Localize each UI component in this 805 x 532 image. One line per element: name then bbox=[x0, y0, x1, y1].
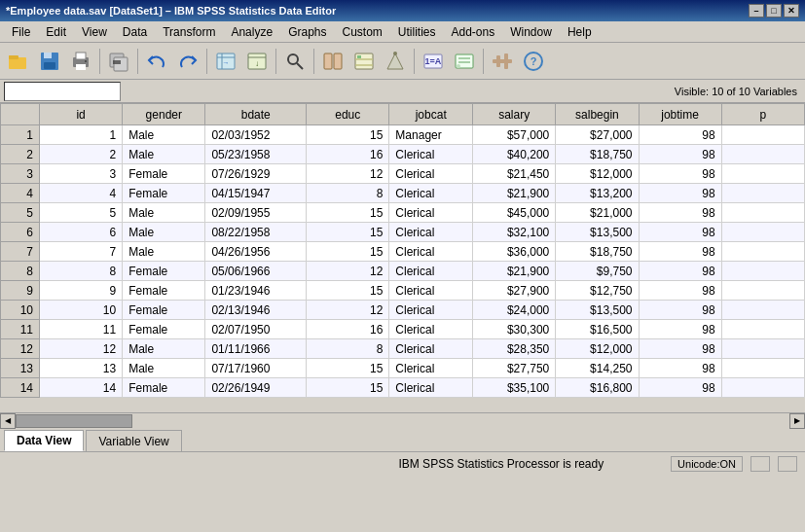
col-header-id[interactable]: id bbox=[40, 104, 123, 125]
cell-jobtime[interactable]: 98 bbox=[639, 359, 721, 378]
cell-bdate[interactable]: 02/26/1949 bbox=[205, 378, 307, 398]
menu-item-edit[interactable]: Edit bbox=[38, 23, 74, 41]
cell-salbegin[interactable]: $9,750 bbox=[556, 262, 639, 281]
cell-jobcat[interactable]: Clerical bbox=[389, 320, 473, 339]
cell-bdate[interactable]: 01/23/1946 bbox=[205, 281, 307, 301]
cell-salbegin[interactable]: $16,800 bbox=[556, 378, 639, 398]
cell-id[interactable]: 6 bbox=[40, 223, 123, 242]
horizontal-scrollbar[interactable]: ◀ ▶ bbox=[0, 412, 805, 428]
cell-gender[interactable]: Female bbox=[123, 281, 205, 301]
cell-jobcat[interactable]: Clerical bbox=[389, 262, 473, 281]
cell-jobtime[interactable]: 98 bbox=[639, 262, 721, 281]
cell-salary[interactable]: $45,000 bbox=[473, 203, 556, 223]
cell-educ[interactable]: 15 bbox=[307, 125, 389, 145]
col-header-bdate[interactable]: bdate bbox=[205, 104, 307, 125]
cell-jobcat[interactable]: Clerical bbox=[389, 203, 473, 223]
cell-salbegin[interactable]: $13,500 bbox=[556, 223, 639, 242]
cell-bdate[interactable]: 01/11/1966 bbox=[205, 339, 307, 359]
menu-item-file[interactable]: File bbox=[4, 23, 38, 41]
cell-p[interactable] bbox=[721, 125, 804, 145]
cell-bdate[interactable]: 07/17/1960 bbox=[205, 359, 307, 378]
cell-educ[interactable]: 16 bbox=[307, 145, 389, 164]
cell-salbegin[interactable]: $14,250 bbox=[556, 359, 639, 378]
cell-p[interactable] bbox=[721, 359, 804, 378]
cell-id[interactable]: 12 bbox=[40, 339, 123, 359]
col-header-gender[interactable]: gender bbox=[123, 104, 205, 125]
cell-jobcat[interactable]: Clerical bbox=[389, 301, 473, 320]
cell-id[interactable]: 3 bbox=[40, 164, 123, 184]
close-button[interactable]: ✕ bbox=[784, 4, 799, 18]
cell-p[interactable] bbox=[721, 378, 804, 398]
cell-salary[interactable]: $28,350 bbox=[473, 339, 556, 359]
cell-bdate[interactable]: 04/15/1947 bbox=[205, 184, 307, 203]
menu-item-add-ons[interactable]: Add-ons bbox=[444, 23, 503, 41]
print-button[interactable] bbox=[66, 47, 95, 76]
undo-button[interactable] bbox=[142, 47, 171, 76]
cell-id[interactable]: 1 bbox=[40, 125, 123, 145]
col-header-p[interactable]: p bbox=[721, 104, 804, 125]
weight-cases-button[interactable] bbox=[381, 47, 410, 76]
cell-educ[interactable]: 15 bbox=[307, 359, 389, 378]
cell-p[interactable] bbox=[721, 223, 804, 242]
cell-gender[interactable]: Male bbox=[123, 125, 205, 145]
use-var-sets-button[interactable] bbox=[450, 47, 479, 76]
cell-salary[interactable]: $32,100 bbox=[473, 223, 556, 242]
col-header-educ[interactable]: educ bbox=[307, 104, 389, 125]
cell-p[interactable] bbox=[721, 145, 804, 164]
cell-salbegin[interactable]: $13,500 bbox=[556, 301, 639, 320]
dialog-recall-button[interactable] bbox=[104, 47, 133, 76]
cell-educ[interactable]: 15 bbox=[307, 242, 389, 262]
cell-jobtime[interactable]: 98 bbox=[639, 223, 721, 242]
cell-jobtime[interactable]: 98 bbox=[639, 339, 721, 359]
find-button[interactable] bbox=[280, 47, 310, 76]
cell-jobcat[interactable]: Clerical bbox=[389, 378, 473, 398]
col-header-jobtime[interactable]: jobtime bbox=[639, 104, 721, 125]
cell-educ[interactable]: 12 bbox=[307, 262, 389, 281]
cell-jobcat[interactable]: Clerical bbox=[389, 223, 473, 242]
cell-p[interactable] bbox=[721, 281, 804, 301]
cell-bdate[interactable]: 04/26/1956 bbox=[205, 242, 307, 262]
open-button[interactable] bbox=[4, 47, 33, 76]
cell-jobcat[interactable]: Clerical bbox=[389, 281, 473, 301]
cell-salary[interactable]: $35,100 bbox=[473, 378, 556, 398]
menu-item-analyze[interactable]: Analyze bbox=[223, 23, 280, 41]
split-file-button[interactable] bbox=[318, 47, 348, 76]
cell-gender[interactable]: Male bbox=[123, 359, 205, 378]
cell-jobtime[interactable]: 98 bbox=[639, 378, 721, 398]
cell-gender[interactable]: Male bbox=[123, 203, 205, 223]
redo-button[interactable] bbox=[173, 47, 202, 76]
cell-gender[interactable]: Female bbox=[123, 320, 205, 339]
cell-jobtime[interactable]: 98 bbox=[639, 125, 721, 145]
maximize-button[interactable]: □ bbox=[766, 4, 782, 18]
cell-salbegin[interactable]: $18,750 bbox=[556, 242, 639, 262]
cell-salary[interactable]: $40,200 bbox=[473, 145, 556, 164]
cell-p[interactable] bbox=[721, 242, 804, 262]
cell-jobcat[interactable]: Clerical bbox=[389, 145, 473, 164]
hscroll-left-btn[interactable]: ◀ bbox=[0, 413, 16, 429]
cell-educ[interactable]: 16 bbox=[307, 320, 389, 339]
cell-jobcat[interactable]: Clerical bbox=[389, 359, 473, 378]
cell-jobcat[interactable]: Clerical bbox=[389, 164, 473, 184]
cell-id[interactable]: 2 bbox=[40, 145, 123, 164]
cell-educ[interactable]: 15 bbox=[307, 378, 389, 398]
col-header-salbegin[interactable]: salbegin bbox=[556, 104, 639, 125]
hscroll-thumb[interactable] bbox=[16, 414, 132, 428]
cell-id[interactable]: 8 bbox=[40, 262, 123, 281]
menu-item-help[interactable]: Help bbox=[560, 23, 600, 41]
cell-jobtime[interactable]: 98 bbox=[639, 281, 721, 301]
cell-gender[interactable]: Female bbox=[123, 301, 205, 320]
cell-salary[interactable]: $27,750 bbox=[473, 359, 556, 378]
cell-jobtime[interactable]: 98 bbox=[639, 242, 721, 262]
tab-variable-view[interactable]: Variable View bbox=[86, 430, 181, 451]
cell-p[interactable] bbox=[721, 262, 804, 281]
cell-bdate[interactable]: 08/22/1958 bbox=[205, 223, 307, 242]
cell-educ[interactable]: 15 bbox=[307, 281, 389, 301]
cell-id[interactable]: 4 bbox=[40, 184, 123, 203]
cell-p[interactable] bbox=[721, 301, 804, 320]
menu-item-data[interactable]: Data bbox=[115, 23, 155, 41]
col-header-salary[interactable]: salary bbox=[473, 104, 556, 125]
cell-id[interactable]: 9 bbox=[40, 281, 123, 301]
cell-gender[interactable]: Male bbox=[123, 242, 205, 262]
cell-gender[interactable]: Male bbox=[123, 339, 205, 359]
cell-educ[interactable]: 8 bbox=[307, 339, 389, 359]
